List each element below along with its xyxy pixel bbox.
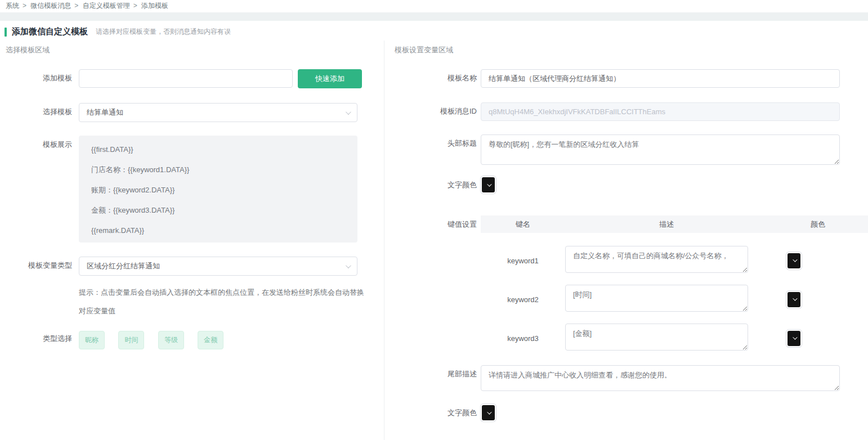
chevron-down-icon bbox=[487, 410, 491, 414]
type-tag-amount[interactable]: 金额 bbox=[198, 331, 223, 349]
breadcrumb-separator: > bbox=[133, 2, 137, 10]
footer-desc-row: 尾部描述 详情请进入商城推广中心收入明细查看，感谢您的使用。 bbox=[395, 365, 868, 391]
keyvalue-settings-row: 键值设置 键名 描述 颜色 keyword1 自定义名称，可填自己的商城名称/公… bbox=[395, 215, 868, 353]
keyvalue-settings-label: 键值设置 bbox=[395, 215, 477, 234]
text-color-bottom-label: 文字颜色 bbox=[395, 404, 477, 421]
breadcrumb-item-custom-template-mgmt[interactable]: 自定义模板管理 bbox=[83, 2, 130, 10]
template-name-label: 模板名称 bbox=[395, 69, 477, 87]
right-section-title: 模板设置变量区域 bbox=[395, 45, 868, 55]
template-id-label: 模板消息ID bbox=[395, 102, 477, 120]
kv-key-keyword2: keyword2 bbox=[481, 295, 565, 304]
chevron-down-icon bbox=[793, 335, 797, 339]
page-header: 添加微信自定义模板 请选择对应模板变量，否则消息通知内容有误 bbox=[0, 21, 868, 41]
footer-desc-label: 尾部描述 bbox=[395, 365, 477, 383]
preview-line: {{remark.DATA}} bbox=[91, 227, 345, 234]
keyvalue-table: 键名 描述 颜色 keyword1 自定义名称，可填自己的商城名称/公众号名称， bbox=[481, 215, 868, 353]
select-template-dropdown[interactable]: 结算单通知 bbox=[79, 103, 357, 122]
text-color-top-picker-button[interactable] bbox=[481, 176, 496, 194]
variable-type-row: 模板变量类型 区域分红分红结算通知 提示：点击变量后会自动插入选择的文本框的焦点… bbox=[0, 257, 384, 320]
preview-line: 金额：{{keyword3.DATA}} bbox=[91, 206, 345, 214]
text-color-bottom-row: 文字颜色 bbox=[395, 404, 868, 421]
kv-col-keyname: 键名 bbox=[481, 215, 565, 233]
type-select-label: 类型选择 bbox=[0, 331, 72, 347]
add-template-label: 添加模板 bbox=[0, 69, 72, 87]
chevron-down-icon bbox=[793, 257, 797, 262]
type-select-row: 类型选择 昵称 时间 等级 金额 bbox=[0, 331, 384, 349]
template-name-row: 模板名称 bbox=[395, 69, 868, 88]
type-tag-nickname[interactable]: 昵称 bbox=[79, 331, 105, 349]
text-color-bottom-picker-button[interactable] bbox=[481, 404, 496, 421]
template-preview-box: {{first.DATA}} 门店名称：{{keyword1.DATA}} 账期… bbox=[79, 136, 357, 243]
footer-desc-textarea[interactable]: 详情请进入商城推广中心收入明细查看，感谢您的使用。 bbox=[481, 365, 840, 391]
chevron-down-icon bbox=[793, 296, 797, 300]
breadcrumb-separator: > bbox=[74, 2, 78, 10]
kv-key-keyword1: keyword1 bbox=[481, 257, 565, 265]
kv-col-color: 颜色 bbox=[768, 215, 868, 233]
breadcrumb-item-wechat-template-msg[interactable]: 微信模板消息 bbox=[30, 2, 71, 10]
template-preview-row: 模板展示 {{first.DATA}} 门店名称：{{keyword1.DATA… bbox=[0, 136, 384, 243]
header-title-label: 头部标题 bbox=[395, 134, 477, 152]
text-color-top-label: 文字颜色 bbox=[395, 176, 477, 194]
kv-desc-keyword1-textarea[interactable]: 自定义名称，可填自己的商城名称/公众号名称， bbox=[565, 246, 748, 273]
breadcrumb-separator: > bbox=[23, 2, 26, 10]
kv-col-description: 描述 bbox=[565, 215, 768, 233]
chevron-down-icon bbox=[487, 182, 491, 186]
variable-type-label: 模板变量类型 bbox=[0, 257, 72, 275]
template-id-input bbox=[481, 102, 840, 121]
variable-type-dropdown[interactable]: 区域分红分红结算通知 bbox=[79, 257, 357, 276]
text-color-top-row: 文字颜色 bbox=[395, 176, 868, 194]
template-variable-section: 模板设置变量区域 模板名称 模板消息ID 头部标题 尊敬的[昵称]，您有一笔新的… bbox=[384, 41, 868, 440]
top-divider-strip bbox=[0, 12, 868, 21]
header-title-textarea[interactable]: 尊敬的[昵称]，您有一笔新的区域分红收入结算 bbox=[481, 134, 840, 165]
keyvalue-table-header: 键名 描述 颜色 bbox=[481, 215, 868, 233]
kv-color-keyword2-picker-button[interactable] bbox=[786, 291, 802, 308]
table-row: keyword3 [金额] bbox=[481, 324, 868, 353]
header-title-row: 头部标题 尊敬的[昵称]，您有一笔新的区域分红收入结算 bbox=[395, 134, 868, 165]
breadcrumb-item-system[interactable]: 系统 bbox=[6, 2, 19, 10]
accent-bar bbox=[5, 28, 7, 37]
preview-line: 门店名称：{{keyword1.DATA}} bbox=[91, 166, 345, 173]
kv-desc-keyword2-textarea[interactable]: [时间] bbox=[565, 285, 748, 312]
template-id-row: 模板消息ID bbox=[395, 102, 868, 121]
chevron-down-icon bbox=[346, 263, 351, 268]
preview-line: 账期：{{keyword2.DATA}} bbox=[91, 186, 345, 194]
kv-desc-keyword3-textarea[interactable]: [金额] bbox=[565, 324, 748, 351]
select-template-value: 结算单通知 bbox=[87, 107, 123, 118]
type-tag-time[interactable]: 时间 bbox=[118, 331, 144, 349]
select-template-label: 选择模板 bbox=[0, 103, 72, 121]
quick-add-button[interactable]: 快速添加 bbox=[298, 69, 362, 88]
kv-color-keyword1-picker-button[interactable] bbox=[786, 252, 802, 270]
breadcrumb: 系统> 微信模板消息> 自定义模板管理> 添加模板 bbox=[0, 0, 868, 12]
template-preview-label: 模板展示 bbox=[0, 136, 72, 154]
kv-key-keyword3: keyword3 bbox=[481, 334, 565, 343]
kv-color-keyword3-picker-button[interactable] bbox=[786, 330, 802, 347]
type-tags: 昵称 时间 等级 金额 bbox=[79, 331, 235, 349]
left-section-title: 选择模板区域 bbox=[6, 45, 384, 55]
variable-type-tip: 提示：点击变量后会自动插入选择的文本框的焦点位置，在发送给粉丝时系统会自动替换对… bbox=[79, 283, 365, 320]
template-name-input[interactable] bbox=[481, 69, 840, 88]
add-template-input[interactable] bbox=[79, 69, 293, 88]
type-tag-level[interactable]: 等级 bbox=[158, 331, 184, 349]
add-template-row: 添加模板 快速添加 bbox=[0, 69, 384, 88]
variable-type-value: 区域分红分红结算通知 bbox=[87, 261, 160, 271]
template-select-section: 选择模板区域 添加模板 快速添加 选择模板 结算单通知 模板展示 {{first… bbox=[0, 41, 384, 440]
select-template-row: 选择模板 结算单通知 bbox=[0, 103, 384, 122]
preview-line: {{first.DATA}} bbox=[91, 146, 345, 153]
table-row: keyword2 [时间] bbox=[481, 285, 868, 314]
page-title: 添加微信自定义模板 bbox=[12, 26, 88, 37]
page-subtitle: 请选择对应模板变量，否则消息通知内容有误 bbox=[96, 27, 231, 37]
table-row: keyword1 自定义名称，可填自己的商城名称/公众号名称， bbox=[481, 246, 868, 275]
breadcrumb-item-add-template: 添加模板 bbox=[141, 2, 168, 10]
chevron-down-icon bbox=[346, 109, 351, 115]
